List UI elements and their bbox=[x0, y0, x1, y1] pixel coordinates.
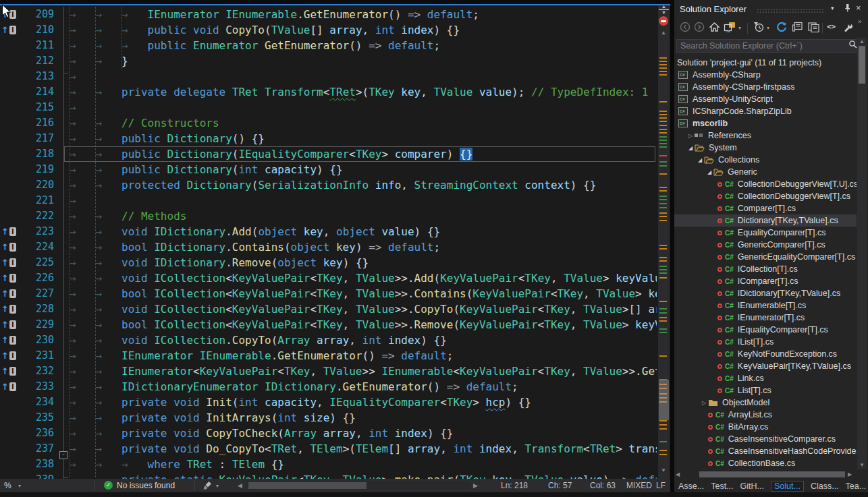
home-button[interactable] bbox=[709, 22, 720, 35]
tree-item-file[interactable]: C#Dictionary[TKey,TValue].cs bbox=[674, 214, 857, 227]
code-line[interactable]: ↑I228→ → void ICollection<KeyValuePair<T… bbox=[0, 301, 657, 317]
code-line[interactable]: ↑I227→ → bool ICollection<KeyValuePair<T… bbox=[0, 286, 657, 301]
tree-item-file[interactable]: C#KeyValuePair[TKey,TValue].cs bbox=[674, 360, 857, 372]
tree-item-file[interactable]: C#IComparer[T].cs bbox=[674, 275, 857, 287]
tree-item-file[interactable]: C#CollectionBase.cs bbox=[674, 457, 857, 469]
code-line[interactable]: 221→ bbox=[0, 193, 657, 208]
search-icon[interactable] bbox=[848, 40, 858, 52]
tree-item-folder-closed[interactable]: ▷ObjectModel bbox=[674, 397, 857, 409]
tree-hscrollbar-thumb[interactable] bbox=[699, 471, 845, 477]
filter-dropdown-icon[interactable]: ▾ bbox=[767, 25, 769, 31]
tree-item-file[interactable]: C#Comparer[T].cs bbox=[674, 202, 857, 214]
expand-arrow-icon[interactable]: ▷ bbox=[686, 133, 695, 139]
tree-item-file[interactable]: C#BitArray.cs bbox=[674, 421, 857, 433]
back-button[interactable] bbox=[680, 22, 690, 35]
hscroll-right-arrow[interactable]: ▶ bbox=[473, 482, 478, 489]
code-line[interactable]: 214→ → private delegate TRet Transform<T… bbox=[0, 84, 657, 100]
window-position-dropdown-icon[interactable]: ▾ bbox=[831, 5, 834, 11]
tree-item-file[interactable]: C#GenericEqualityComparer[T].cs bbox=[674, 251, 857, 263]
implements-gutter-icon[interactable]: ↑I bbox=[1, 335, 16, 345]
properties-wrench-button[interactable] bbox=[842, 22, 854, 35]
implements-gutter-icon[interactable]: ↑I bbox=[1, 304, 16, 314]
sync-with-active-document-button[interactable] bbox=[807, 22, 820, 35]
document-health-status[interactable]: No issues found bbox=[117, 481, 175, 490]
code-cleanup-broom-icon[interactable] bbox=[202, 481, 213, 492]
toolbar-overflow-icon[interactable]: » bbox=[858, 18, 862, 25]
zoom-dropdown-icon[interactable]: ▾ bbox=[18, 483, 21, 489]
tree-item-file[interactable]: C#CollectionDebuggerView[T].cs bbox=[674, 190, 857, 202]
panel-tab-class[interactable]: Class... bbox=[811, 481, 839, 491]
tree-item-file[interactable]: C#Link.cs bbox=[674, 372, 857, 384]
zoom-level-select[interactable]: % bbox=[4, 481, 11, 490]
implements-gutter-icon[interactable]: ↑I bbox=[1, 382, 16, 392]
tree-item-file[interactable]: C#CollectionDebuggerView[T,U].cs bbox=[674, 178, 857, 190]
code-line[interactable]: 235→ → private void InitArrays(int size)… bbox=[0, 410, 657, 426]
collapse-arrow-icon[interactable]: ◢ bbox=[705, 169, 713, 175]
code-area[interactable]: - ↑I209→ → → IEnumerator IEnumerable.Get… bbox=[0, 5, 657, 479]
panel-tab-test[interactable]: Test... bbox=[711, 481, 733, 491]
code-line[interactable]: 237→ → private void Do_CopyTo<TRet, TEle… bbox=[0, 441, 657, 457]
code-line[interactable]: ↑I230→ → void ICollection.CopyTo(Array a… bbox=[0, 332, 657, 348]
implements-gutter-icon[interactable]: ↑I bbox=[1, 227, 16, 237]
tree-item-file[interactable]: C#IDictionary[TKey,TValue].cs bbox=[674, 287, 857, 299]
code-line[interactable]: 212→ → } bbox=[0, 53, 657, 69]
code-line[interactable]: 211→ → → public Enumerator GetEnumerator… bbox=[0, 38, 657, 53]
tree-hscroll-left-arrow[interactable]: ◀ bbox=[676, 472, 680, 477]
collapse-all-button[interactable] bbox=[792, 22, 804, 35]
hscroll-left-arrow[interactable]: ◀ bbox=[238, 482, 242, 489]
tree-item-project[interactable]: Assembly-CSharp-firstpass bbox=[674, 81, 857, 93]
scroll-down-arrow[interactable]: ▼ bbox=[661, 468, 666, 473]
code-line[interactable]: ↑I225→ → void IDictionary.Remove(object … bbox=[0, 255, 657, 270]
code-line[interactable]: 219→ → public Dictionary(int capacity) {… bbox=[0, 162, 657, 177]
implements-gutter-icon[interactable]: ↑I bbox=[1, 242, 16, 252]
implements-gutter-icon[interactable]: ↑I bbox=[1, 366, 16, 376]
forward-button[interactable] bbox=[694, 22, 705, 35]
search-input[interactable] bbox=[677, 40, 848, 51]
code-line[interactable]: 216→ → // Constructors bbox=[0, 115, 657, 131]
code-line[interactable]: ↑I233→ → IDictionaryEnumerator IDictiona… bbox=[0, 379, 657, 394]
code-line[interactable]: 218→ → public Dictionary(IEqualityCompar… bbox=[0, 146, 657, 162]
tree-item-file[interactable]: C#CaseInsensitiveHashCodeProvider.cs bbox=[674, 445, 857, 457]
collapse-arrow-icon[interactable]: ◢ bbox=[686, 145, 695, 151]
code-line[interactable]: ↑I209→ → → IEnumerator IEnumerable.GetEn… bbox=[0, 7, 657, 22]
tree-item-file[interactable]: C#GenericComparer[T].cs bbox=[674, 239, 857, 251]
tree-scroll-down-arrow[interactable]: ▼ bbox=[859, 463, 865, 468]
tree-item-file[interactable]: C#EqualityComparer[T].cs bbox=[674, 227, 857, 239]
tree-item-file[interactable]: C#IList[T].cs bbox=[674, 336, 857, 348]
scroll-up-arrow[interactable]: ▲ bbox=[661, 30, 666, 36]
close-icon[interactable]: × bbox=[856, 3, 861, 13]
tree-scroll-up-arrow[interactable]: ▲ bbox=[859, 39, 865, 45]
tree-item-file[interactable]: C#List[T].cs bbox=[674, 384, 857, 397]
implements-gutter-icon[interactable]: ↑I bbox=[1, 258, 16, 268]
code-line[interactable]: 239→ → private static KeyValuePair<TKey,… bbox=[0, 472, 657, 479]
code-line[interactable]: ↑I226→ → void ICollection<KeyValuePair<T… bbox=[0, 270, 657, 286]
implements-gutter-icon[interactable]: ↑I bbox=[1, 25, 16, 35]
code-line[interactable]: 220→ → protected Dictionary(Serializatio… bbox=[0, 177, 657, 193]
pin-icon[interactable] bbox=[844, 3, 851, 14]
view-code-button[interactable]: <> bbox=[827, 22, 836, 31]
code-line[interactable]: 236→ → private void CopyToCheck(Array ar… bbox=[0, 426, 657, 441]
tree-item-file[interactable]: C#KeyNotFoundException.cs bbox=[674, 348, 857, 360]
panel-tab-solut[interactable]: Solut... bbox=[771, 481, 804, 492]
tree-item-folder-open[interactable]: ◢System bbox=[674, 142, 857, 154]
implements-gutter-icon[interactable]: ↑I bbox=[1, 273, 16, 283]
code-line[interactable]: 213→ bbox=[0, 69, 657, 84]
expand-arrow-icon[interactable]: ▷ bbox=[700, 400, 708, 406]
code-line[interactable]: ↑I224→ → bool IDictionary.Contains(objec… bbox=[0, 239, 657, 255]
tree-item-file[interactable]: C#ArrayList.cs bbox=[674, 409, 857, 421]
tree-item-file[interactable]: C#IEnumerator[T].cs bbox=[674, 312, 857, 324]
code-line[interactable]: ↑I231→ → IEnumerator IEnumerable.GetEnum… bbox=[0, 348, 657, 363]
implements-gutter-icon[interactable]: ↑I bbox=[1, 289, 16, 299]
tree-hscroll-right-arrow[interactable]: ▶ bbox=[848, 472, 852, 477]
refresh-button[interactable] bbox=[776, 22, 788, 36]
switch-views-button[interactable] bbox=[724, 22, 737, 35]
solution-explorer-titlebar[interactable]: Solution Explorer ▾ × bbox=[674, 1, 868, 18]
code-cleanup-dropdown-icon[interactable]: ▾ bbox=[216, 483, 219, 489]
panel-tab-tea[interactable]: Tea... bbox=[846, 481, 867, 491]
tree-item-project[interactable]: Assembly-UnityScript bbox=[674, 93, 857, 105]
code-line[interactable]: 238→ → → where TRet : TElem {} bbox=[0, 457, 657, 472]
tree-item-project[interactable]: ICSharpCode.SharpZipLib bbox=[674, 105, 857, 117]
tree-item-project[interactable]: mscorlib bbox=[674, 117, 857, 129]
switch-views-dropdown-icon[interactable]: ▾ bbox=[738, 25, 741, 31]
code-line[interactable]: 234→ → private void Init(int capacity, I… bbox=[0, 394, 657, 410]
